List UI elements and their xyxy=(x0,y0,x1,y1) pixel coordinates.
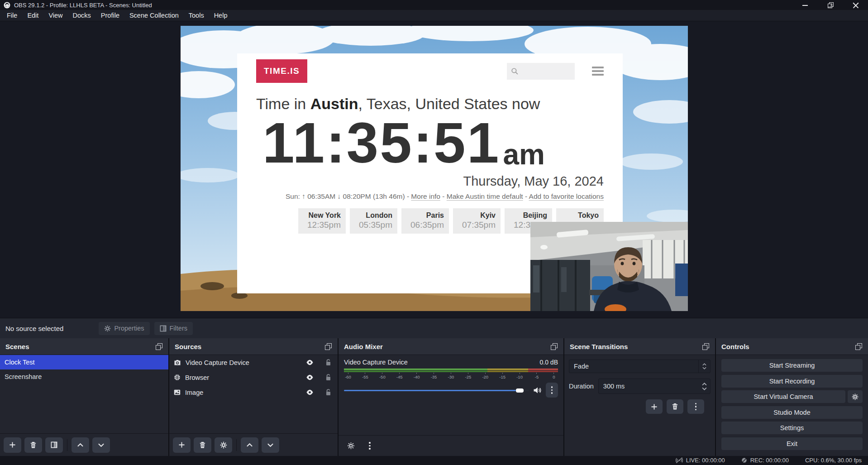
scene-filters-button[interactable] xyxy=(45,437,63,453)
volume-slider-handle[interactable] xyxy=(516,388,524,393)
move-source-down-button[interactable] xyxy=(262,437,279,453)
virtual-camera-settings-button[interactable] xyxy=(848,390,863,403)
advanced-audio-button[interactable] xyxy=(343,439,358,453)
visibility-eye-icon[interactable] xyxy=(306,360,314,365)
volume-slider[interactable] xyxy=(344,387,529,393)
duration-input[interactable]: 300 ms xyxy=(598,379,711,394)
plus-icon xyxy=(651,403,658,410)
menu-tools[interactable]: Tools xyxy=(184,10,209,21)
chevron-down-icon xyxy=(702,387,707,390)
webcam-video xyxy=(530,222,688,311)
preview-area: TIME.IS Time in Austin, Texas, United St… xyxy=(0,21,868,318)
move-scene-up-button[interactable] xyxy=(72,437,89,453)
chevron-down-icon xyxy=(98,443,105,447)
favorite-link: Add to favorite locations xyxy=(529,192,604,200)
transition-select[interactable]: Fade xyxy=(569,360,711,373)
mixer-options-button[interactable] xyxy=(546,383,558,398)
settings-button[interactable]: Settings xyxy=(721,422,863,434)
city-card: London05:35pm xyxy=(350,208,397,234)
menu-edit[interactable]: Edit xyxy=(22,10,43,21)
restore-button[interactable] xyxy=(827,2,834,8)
scene-item-clock-test[interactable]: Clock Test xyxy=(0,355,168,369)
sources-title: Sources xyxy=(175,343,201,350)
remove-source-button[interactable] xyxy=(194,437,211,453)
audio-mixer-panel: Audio Mixer Video Capture Device 0.0 dB … xyxy=(339,338,563,456)
start-virtual-camera-button[interactable]: Start Virtual Camera xyxy=(721,390,845,403)
menu-scene-collection[interactable]: Scene Collection xyxy=(124,10,184,21)
source-item-video-capture[interactable]: Video Capture Device xyxy=(169,355,338,370)
remove-transition-button[interactable] xyxy=(667,399,683,414)
visibility-eye-icon[interactable] xyxy=(306,374,314,380)
menubar: File Edit View Docks Profile Scene Colle… xyxy=(0,10,868,21)
menu-docks[interactable]: Docks xyxy=(68,10,96,21)
mixer-menu-button[interactable] xyxy=(362,439,377,453)
trash-icon xyxy=(672,403,678,410)
lock-icon[interactable] xyxy=(325,389,331,396)
minimize-button[interactable] xyxy=(802,2,808,8)
remove-scene-button[interactable] xyxy=(24,437,42,453)
trash-icon xyxy=(30,441,37,449)
clock-date: Thursday, May 16, 2024 xyxy=(256,174,604,189)
start-streaming-button[interactable]: Start Streaming xyxy=(721,359,863,372)
transition-select-spinner[interactable] xyxy=(698,360,710,373)
add-transition-button[interactable] xyxy=(646,399,663,414)
record-inactive-icon xyxy=(741,457,747,463)
popout-icon[interactable] xyxy=(702,343,710,350)
scenes-title: Scenes xyxy=(5,343,29,350)
menu-help[interactable]: Help xyxy=(209,10,233,21)
popout-icon[interactable] xyxy=(855,343,863,350)
scene-item-screenshare[interactable]: Screenshare xyxy=(0,369,168,384)
move-source-up-button[interactable] xyxy=(241,437,258,453)
kebab-icon xyxy=(695,403,697,411)
exit-button[interactable]: Exit xyxy=(721,437,863,450)
audio-mixer-title: Audio Mixer xyxy=(344,343,383,350)
popout-icon[interactable] xyxy=(551,343,558,350)
transition-options-button[interactable] xyxy=(687,399,704,414)
webcam-overlay xyxy=(530,222,688,311)
chevron-up-icon xyxy=(246,443,253,447)
camera-icon xyxy=(174,360,181,366)
lock-icon[interactable] xyxy=(325,374,331,381)
gear-icon xyxy=(852,393,858,400)
scenes-panel: Scenes Clock Test Screenshare xyxy=(0,338,168,456)
close-button[interactable] xyxy=(853,2,859,8)
visibility-eye-icon[interactable] xyxy=(306,389,314,395)
plus-icon xyxy=(178,441,185,448)
filter-icon xyxy=(51,441,57,448)
source-item-image[interactable]: Image xyxy=(169,385,338,400)
speaker-icon[interactable] xyxy=(533,387,542,394)
menu-profile[interactable]: Profile xyxy=(96,10,124,21)
sun-info-line: Sun: ↑ 06:35AM ↓ 08:20PM (13h 46m) - Mor… xyxy=(256,192,604,201)
source-properties-button[interactable] xyxy=(215,437,232,453)
clock-time: 11:35:51 xyxy=(262,114,500,173)
filters-button[interactable]: Filters xyxy=(154,322,193,335)
search-icon xyxy=(511,67,519,75)
studio-mode-button[interactable]: Studio Mode xyxy=(721,406,863,419)
obs-window: OBS 29.1.2 - Profile: LLHLS BETA - Scene… xyxy=(0,0,868,465)
gear-icon xyxy=(104,325,111,332)
advanced-audio-icon xyxy=(347,442,355,450)
duration-spinner[interactable] xyxy=(698,383,710,390)
start-recording-button[interactable]: Start Recording xyxy=(721,375,863,388)
source-item-browser[interactable]: Browser xyxy=(169,370,338,385)
trash-icon xyxy=(199,441,206,449)
properties-button[interactable]: Properties xyxy=(99,322,149,335)
video-preview[interactable]: TIME.IS Time in Austin, Texas, United St… xyxy=(181,26,688,311)
popout-icon[interactable] xyxy=(156,343,163,350)
controls-panel: Controls Start Streaming Start Recording… xyxy=(716,338,868,456)
more-info-link: More info xyxy=(411,192,440,200)
popout-icon[interactable] xyxy=(325,343,332,350)
move-scene-down-button[interactable] xyxy=(92,437,110,453)
meter-scale: -60 -55 -50 -45 -40 -35 -30 -25 -20 -15 … xyxy=(344,373,558,379)
sources-list: Video Capture Device xyxy=(169,355,338,433)
add-source-button[interactable] xyxy=(173,437,191,453)
scenes-list: Clock Test Screenshare xyxy=(0,355,168,433)
transitions-title: Scene Transitions xyxy=(570,343,628,350)
menu-file[interactable]: File xyxy=(2,10,22,21)
chevron-down-icon xyxy=(702,367,706,369)
menu-view[interactable]: View xyxy=(43,10,67,21)
hamburger-menu-icon xyxy=(592,67,604,76)
city-card: Kyiv07:35pm xyxy=(453,208,501,234)
add-scene-button[interactable] xyxy=(4,437,21,453)
lock-icon[interactable] xyxy=(325,359,331,366)
